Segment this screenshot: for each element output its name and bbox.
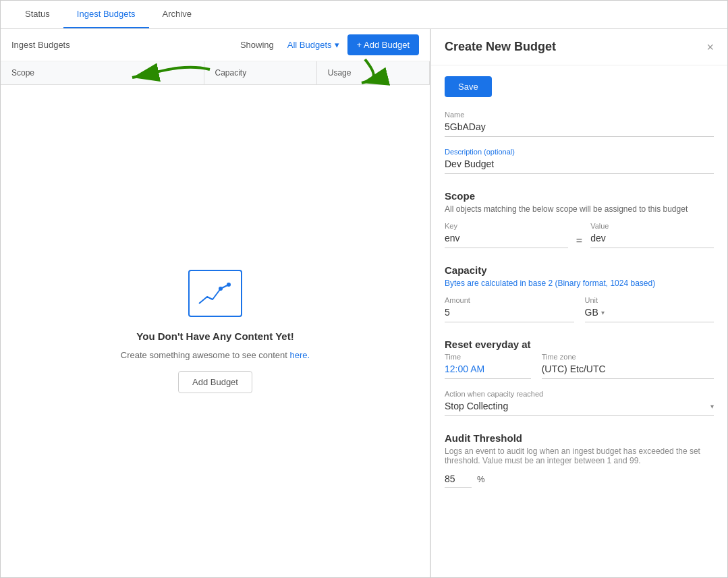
- timezone-value[interactable]: (UTC) Etc/UTC: [542, 364, 714, 379]
- capacity-title: Capacity: [445, 264, 714, 276]
- description-value[interactable]: Dev Budget: [445, 158, 714, 174]
- action-field: Action when capacity reached Stop Collec…: [445, 390, 714, 416]
- unit-select[interactable]: GB ▾: [585, 307, 715, 322]
- panel-body: Save Name 5GbADay Description (optional)…: [431, 65, 727, 498]
- scope-value-label: Value: [590, 222, 714, 230]
- action-value: Stop Collecting: [445, 401, 508, 411]
- breadcrumb: Ingest Budgets: [11, 40, 70, 50]
- percent-label: %: [477, 474, 485, 484]
- col-scope: Scope: [1, 61, 204, 84]
- scope-key-value[interactable]: env: [445, 233, 568, 248]
- timezone-field: Time zone (UTC) Etc/UTC: [542, 353, 714, 379]
- col-capacity: Capacity: [204, 61, 317, 84]
- time-label: Time: [445, 353, 531, 361]
- equals-sign: =: [576, 235, 582, 247]
- name-label: Name: [445, 111, 714, 119]
- tab-status[interactable]: Status: [11, 1, 63, 28]
- description-label: Description (optional): [445, 148, 714, 156]
- panel-title: Create New Budget: [445, 40, 556, 54]
- action-select[interactable]: Stop Collecting ▾: [445, 401, 714, 416]
- scope-key-field: Key env: [445, 222, 568, 248]
- save-button[interactable]: Save: [445, 76, 492, 97]
- unit-chevron-icon: ▾: [601, 309, 605, 316]
- amount-field: Amount 5: [445, 296, 574, 322]
- chart-icon: [188, 270, 242, 317]
- capacity-subtitle: Bytes are calculated in base 2 (Binary f…: [445, 279, 714, 288]
- left-panel: Ingest Budgets Showing All Budgets ▾ + A…: [1, 29, 430, 577]
- scope-row: Key env = Value dev: [445, 222, 714, 248]
- audit-row: 85 %: [445, 473, 714, 488]
- audit-subtitle: Logs an event to audit log when an inges…: [445, 446, 714, 465]
- close-button[interactable]: ×: [706, 41, 714, 53]
- scope-title: Scope: [445, 190, 714, 202]
- name-field-group: Name 5GbADay: [445, 111, 714, 137]
- empty-add-budget-button[interactable]: Add Budget: [178, 371, 252, 393]
- audit-value[interactable]: 85: [445, 473, 472, 488]
- audit-title: Audit Threshold: [445, 432, 714, 444]
- description-field-group: Description (optional) Dev Budget: [445, 148, 714, 174]
- empty-subtitle: Create something awesome to see content …: [121, 350, 310, 360]
- right-panel: Create New Budget × Save Name 5GbADay De…: [430, 29, 727, 577]
- empty-link[interactable]: here.: [290, 350, 310, 360]
- action-label: Action when capacity reached: [445, 390, 714, 398]
- svg-point-1: [227, 283, 231, 287]
- top-tabs: Status Ingest Budgets Archive: [1, 1, 727, 29]
- empty-state: You Don't Have Any Content Yet! Create s…: [1, 85, 430, 577]
- unit-value: GB: [585, 307, 598, 318]
- action-chevron-icon: ▾: [710, 403, 714, 410]
- scope-subtitle: All objects matching the below scope wil…: [445, 204, 714, 214]
- add-budget-button[interactable]: + Add Budget: [347, 34, 419, 55]
- tab-archive[interactable]: Archive: [149, 1, 205, 28]
- unit-field: Unit GB ▾: [585, 296, 715, 322]
- empty-title: You Don't Have Any Content Yet!: [136, 330, 293, 342]
- reset-row: Time 12:00 AM Time zone (UTC) Etc/UTC: [445, 353, 714, 379]
- scope-value-value[interactable]: dev: [590, 233, 714, 248]
- tab-ingest-budgets[interactable]: Ingest Budgets: [63, 1, 149, 28]
- scope-key-label: Key: [445, 222, 568, 230]
- col-usage: Usage: [317, 61, 430, 84]
- capacity-row: Amount 5 Unit GB ▾: [445, 296, 714, 322]
- timezone-label: Time zone: [542, 353, 714, 361]
- reset-title: Reset everyday at: [445, 339, 714, 350]
- amount-value[interactable]: 5: [445, 307, 574, 322]
- toolbar: Ingest Budgets Showing All Budgets ▾ + A…: [1, 29, 430, 61]
- all-budgets-dropdown[interactable]: All Budgets ▾: [287, 40, 339, 50]
- showing-label: Showing: [240, 40, 274, 50]
- panel-header: Create New Budget ×: [431, 29, 727, 65]
- unit-label: Unit: [585, 296, 715, 304]
- svg-point-0: [219, 287, 223, 291]
- name-value[interactable]: 5GbADay: [445, 121, 714, 137]
- time-field: Time 12:00 AM: [445, 353, 531, 379]
- table-header: Scope Capacity Usage: [1, 61, 430, 85]
- time-value[interactable]: 12:00 AM: [445, 364, 531, 379]
- amount-label: Amount: [445, 296, 574, 304]
- scope-value-field: Value dev: [590, 222, 714, 248]
